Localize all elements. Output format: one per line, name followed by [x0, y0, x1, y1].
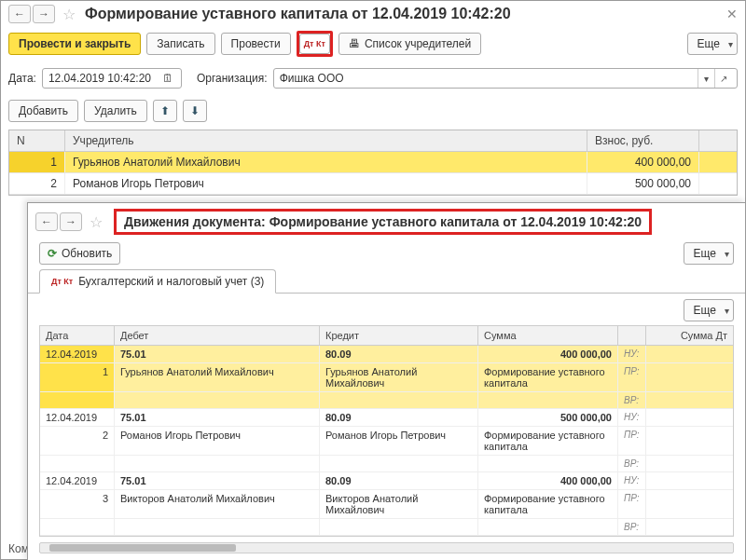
- cell-flag-nu: НУ:: [618, 346, 646, 362]
- cell-founder: Гурьянов Анатолий Михайлович: [65, 152, 587, 172]
- cell-sumdt: [646, 409, 733, 426]
- col-founder: Учредитель: [65, 130, 587, 151]
- cell-sum: 400 000,00: [478, 346, 618, 362]
- cell-rownum: 2: [40, 427, 115, 455]
- cell-empty: [478, 519, 618, 535]
- tab-accounting[interactable]: Дт Кт Бухгалтерский и налоговый учет (3): [39, 269, 276, 294]
- col-debit: Дебет: [115, 326, 320, 345]
- cell-credit-sub: Викторов Анатолий Михайлович: [320, 490, 478, 518]
- cell-n: 2: [9, 173, 65, 194]
- movement-row-sub2[interactable]: ВР:: [40, 456, 733, 472]
- movement-row[interactable]: 12.04.2019 75.01 80.09 500 000,00 НУ:: [40, 409, 733, 427]
- org-input[interactable]: Фишка ООО ▾ ↗: [273, 68, 738, 89]
- cell-empty: [115, 392, 320, 408]
- tab-dtkt-icon: Дт Кт: [51, 277, 73, 286]
- col-date: Дата: [40, 326, 115, 345]
- cell-empty: [40, 456, 115, 471]
- founders-list-label: Список учредителей: [365, 37, 471, 50]
- move-down-button[interactable]: ⬇: [183, 100, 207, 122]
- cell-empty: [320, 392, 478, 408]
- main-titlebar: ← → ☆ Формирование уставного капитала от…: [1, 1, 745, 23]
- refresh-label: Обновить: [62, 247, 112, 260]
- cell-empty: [115, 456, 320, 471]
- movement-row-sub1[interactable]: 1 Гурьянов Анатолий Михайлович Гурьянов …: [40, 363, 733, 392]
- movements-more-button[interactable]: Еще▾: [684, 299, 734, 321]
- table-row[interactable]: 1 Гурьянов Анатолий Михайлович 400 000,0…: [9, 152, 737, 173]
- cell-n: 1: [9, 152, 65, 172]
- org-value: Фишка ООО: [280, 72, 698, 85]
- post-and-close-button[interactable]: Провести и закрыть: [8, 33, 141, 55]
- sub-more-button[interactable]: Еще▾: [684, 242, 734, 265]
- open-ref-icon[interactable]: ↗: [714, 69, 731, 88]
- refresh-button[interactable]: ⟳ Обновить: [39, 242, 120, 265]
- delete-row-button[interactable]: Удалить: [84, 100, 147, 122]
- refresh-icon: ⟳: [48, 247, 57, 260]
- sub-nav-back-button[interactable]: ←: [35, 212, 58, 231]
- cell-debit-acc: 75.01: [115, 346, 320, 362]
- cell-flag-nu: НУ:: [618, 472, 646, 489]
- cell-debit-acc: 75.01: [115, 409, 320, 426]
- cell-credit-acc: 80.09: [320, 346, 478, 362]
- cell-flag-pr: ПР:: [618, 363, 646, 391]
- movement-row[interactable]: 12.04.2019 75.01 80.09 400 000,00 НУ:: [40, 472, 733, 490]
- movements-title: Движения документа: Формирование уставно…: [124, 214, 642, 229]
- move-up-button[interactable]: ⬆: [153, 100, 177, 122]
- add-row-button[interactable]: Добавить: [8, 100, 78, 122]
- main-title: Формирование уставного капитала от 12.04…: [85, 6, 511, 22]
- horizontal-scrollbar[interactable]: [39, 542, 734, 553]
- favorite-star-icon[interactable]: ☆: [62, 6, 76, 23]
- save-button[interactable]: Записать: [146, 33, 214, 55]
- cell-flag-pr: ПР:: [618, 490, 646, 518]
- cell-empty: [320, 519, 478, 535]
- more-label: Еще: [694, 247, 716, 260]
- cell-empty: [320, 456, 478, 471]
- sub-favorite-icon[interactable]: ☆: [90, 213, 103, 231]
- cell-rownum: 3: [40, 490, 115, 518]
- sub-nav-forward-button[interactable]: →: [60, 212, 82, 231]
- close-icon[interactable]: ✕: [726, 7, 738, 21]
- cell-rownum: 1: [40, 363, 115, 391]
- cell-debit-acc: 75.01: [115, 472, 320, 489]
- header-form-row: Дата: 12.04.2019 10:42:20 🗓 Организация:…: [1, 64, 745, 96]
- cell-credit-sub: Романов Игорь Петрович: [320, 427, 478, 455]
- cell-desc: Формирование уставного капитала: [478, 490, 618, 518]
- nav-back-button[interactable]: ←: [8, 5, 31, 23]
- cell-credit-acc: 80.09: [320, 409, 478, 426]
- col-sum: Сумма: [478, 326, 618, 345]
- calendar-icon[interactable]: 🗓: [160, 72, 175, 85]
- cell-debit-sub: Романов Игорь Петрович: [115, 427, 320, 455]
- print-icon: [349, 37, 360, 50]
- cell-founder: Романов Игорь Петрович: [65, 173, 587, 194]
- sub-titlebar: ← → ☆ Движения документа: Формирование у…: [28, 203, 745, 235]
- cell-debit-sub: Гурьянов Анатолий Михайлович: [115, 363, 320, 391]
- cell-flag-pr: ПР:: [618, 427, 646, 455]
- movements-window: ← → ☆ Движения документа: Формирование у…: [27, 202, 746, 560]
- nav-forward-button[interactable]: →: [33, 5, 55, 23]
- movement-row-sub1[interactable]: 3 Викторов Анатолий Михайлович Викторов …: [40, 490, 733, 519]
- dtkt-button[interactable]: Дт Кт: [299, 34, 330, 54]
- more-label: Еще: [698, 37, 720, 50]
- org-label: Организация:: [197, 72, 268, 85]
- date-label: Дата:: [8, 72, 36, 85]
- cell-debit-sub: Викторов Анатолий Михайлович: [115, 490, 320, 518]
- founders-list-button[interactable]: Список учредителей: [338, 33, 481, 55]
- date-input[interactable]: 12.04.2019 10:42:20 🗓: [42, 68, 182, 89]
- movement-row-sub2[interactable]: ВР:: [40, 392, 733, 409]
- cell-flag-vr: ВР:: [618, 456, 646, 471]
- cell-empty: [40, 519, 115, 535]
- cell-flag-vr: ВР:: [618, 519, 646, 535]
- movement-row[interactable]: 12.04.2019 75.01 80.09 400 000,00 НУ:: [40, 346, 733, 363]
- movements-header: Дата Дебет Кредит Сумма Сумма Дт: [40, 326, 733, 346]
- cell-date: 12.04.2019: [40, 472, 115, 489]
- movement-row-sub1[interactable]: 2 Романов Игорь Петрович Романов Игорь П…: [40, 427, 733, 456]
- col-n: N: [9, 130, 65, 151]
- cell-desc: Формирование уставного капитала: [478, 363, 618, 391]
- post-button[interactable]: Провести: [221, 33, 291, 55]
- col-amount: Взнос, руб.: [587, 130, 699, 151]
- dropdown-icon[interactable]: ▾: [698, 69, 714, 88]
- more-button-top[interactable]: Еще▾: [687, 33, 738, 55]
- table-row[interactable]: 2 Романов Игорь Петрович 500 000,00: [9, 173, 737, 195]
- scroll-thumb[interactable]: [49, 544, 236, 552]
- movement-row-sub2[interactable]: ВР:: [40, 519, 733, 536]
- main-window: ← → ☆ Формирование уставного капитала от…: [0, 0, 746, 560]
